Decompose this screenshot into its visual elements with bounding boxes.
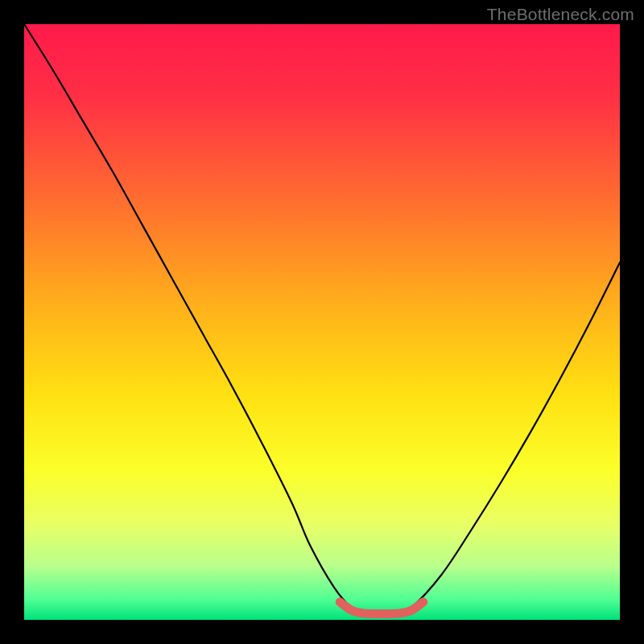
curve-layer bbox=[24, 24, 620, 620]
watermark-label: TheBottleneck.com bbox=[487, 5, 634, 24]
notch-marker bbox=[340, 602, 423, 614]
plot-area bbox=[24, 24, 620, 620]
bottleneck-curve bbox=[24, 24, 620, 614]
chart-stage: TheBottleneck.com bbox=[0, 0, 644, 644]
